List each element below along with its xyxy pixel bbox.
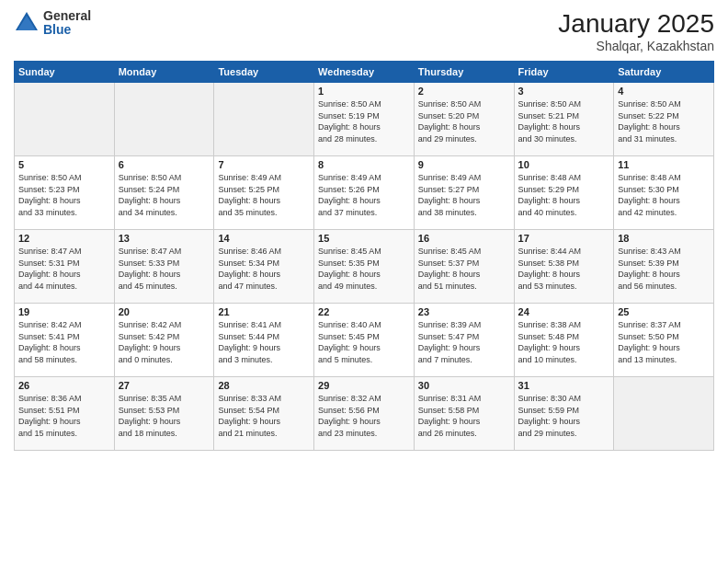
day-info: Sunrise: 8:50 AM Sunset: 5:24 PM Dayligh…	[119, 172, 210, 218]
day-info: Sunrise: 8:47 AM Sunset: 5:31 PM Dayligh…	[18, 246, 110, 292]
day-number: 1	[318, 86, 410, 97]
day-info: Sunrise: 8:50 AM Sunset: 5:23 PM Dayligh…	[18, 172, 110, 218]
day-number: 29	[318, 380, 410, 391]
day-cell: 30Sunrise: 8:31 AM Sunset: 5:58 PM Dayli…	[414, 377, 514, 451]
day-cell: 10Sunrise: 8:48 AM Sunset: 5:29 PM Dayli…	[514, 156, 614, 230]
day-number: 19	[18, 306, 110, 317]
day-info: Sunrise: 8:36 AM Sunset: 5:51 PM Dayligh…	[18, 393, 110, 439]
day-number: 23	[418, 306, 510, 317]
day-number: 16	[418, 233, 510, 244]
day-cell: 29Sunrise: 8:32 AM Sunset: 5:56 PM Dayli…	[314, 377, 415, 451]
day-number: 31	[518, 380, 610, 391]
day-info: Sunrise: 8:47 AM Sunset: 5:33 PM Dayligh…	[119, 246, 210, 292]
day-cell	[15, 83, 115, 156]
week-row-0: 1Sunrise: 8:50 AM Sunset: 5:19 PM Daylig…	[15, 83, 714, 156]
day-cell: 23Sunrise: 8:39 AM Sunset: 5:47 PM Dayli…	[414, 304, 514, 377]
page: General Blue January 2025 Shalqar, Kazak…	[0, 0, 728, 563]
day-number: 11	[618, 159, 710, 170]
weekday-header-saturday: Saturday	[614, 62, 714, 83]
day-number: 25	[618, 306, 710, 317]
calendar-table: SundayMondayTuesdayWednesdayThursdayFrid…	[14, 61, 714, 451]
day-info: Sunrise: 8:49 AM Sunset: 5:26 PM Dayligh…	[318, 172, 410, 218]
weekday-header-thursday: Thursday	[414, 62, 514, 83]
day-info: Sunrise: 8:42 AM Sunset: 5:41 PM Dayligh…	[18, 319, 110, 365]
day-cell: 21Sunrise: 8:41 AM Sunset: 5:44 PM Dayli…	[214, 304, 314, 377]
day-info: Sunrise: 8:30 AM Sunset: 5:59 PM Dayligh…	[518, 393, 610, 439]
day-info: Sunrise: 8:50 AM Sunset: 5:20 PM Dayligh…	[418, 98, 510, 144]
day-number: 18	[618, 233, 710, 244]
calendar-title: January 2025	[558, 9, 714, 39]
day-number: 6	[119, 159, 210, 170]
day-info: Sunrise: 8:39 AM Sunset: 5:47 PM Dayligh…	[418, 319, 510, 365]
day-number: 13	[119, 233, 210, 244]
calendar-subtitle: Shalqar, Kazakhstan	[558, 39, 714, 53]
day-cell: 3Sunrise: 8:50 AM Sunset: 5:21 PM Daylig…	[514, 83, 614, 156]
day-info: Sunrise: 8:50 AM Sunset: 5:21 PM Dayligh…	[518, 98, 610, 144]
day-number: 4	[618, 86, 710, 97]
day-info: Sunrise: 8:50 AM Sunset: 5:22 PM Dayligh…	[618, 98, 710, 144]
day-number: 9	[418, 159, 510, 170]
week-row-3: 19Sunrise: 8:42 AM Sunset: 5:41 PM Dayli…	[15, 304, 714, 377]
day-number: 28	[218, 380, 310, 391]
day-cell: 14Sunrise: 8:46 AM Sunset: 5:34 PM Dayli…	[214, 230, 314, 304]
day-info: Sunrise: 8:48 AM Sunset: 5:30 PM Dayligh…	[618, 172, 710, 218]
day-cell: 8Sunrise: 8:49 AM Sunset: 5:26 PM Daylig…	[314, 156, 415, 230]
weekday-header-sunday: Sunday	[15, 62, 115, 83]
day-info: Sunrise: 8:38 AM Sunset: 5:48 PM Dayligh…	[518, 319, 610, 365]
day-cell	[614, 377, 714, 451]
day-cell: 1Sunrise: 8:50 AM Sunset: 5:19 PM Daylig…	[314, 83, 415, 156]
day-cell: 20Sunrise: 8:42 AM Sunset: 5:42 PM Dayli…	[114, 304, 214, 377]
day-cell: 17Sunrise: 8:44 AM Sunset: 5:38 PM Dayli…	[514, 230, 614, 304]
day-info: Sunrise: 8:44 AM Sunset: 5:38 PM Dayligh…	[518, 246, 610, 292]
day-number: 5	[18, 159, 110, 170]
day-cell: 13Sunrise: 8:47 AM Sunset: 5:33 PM Dayli…	[114, 230, 214, 304]
day-info: Sunrise: 8:50 AM Sunset: 5:19 PM Dayligh…	[318, 98, 410, 144]
day-number: 14	[218, 233, 310, 244]
day-cell: 7Sunrise: 8:49 AM Sunset: 5:25 PM Daylig…	[214, 156, 314, 230]
day-cell: 22Sunrise: 8:40 AM Sunset: 5:45 PM Dayli…	[314, 304, 415, 377]
day-number: 8	[318, 159, 410, 170]
day-cell: 5Sunrise: 8:50 AM Sunset: 5:23 PM Daylig…	[15, 156, 115, 230]
day-cell: 27Sunrise: 8:35 AM Sunset: 5:53 PM Dayli…	[114, 377, 214, 451]
day-info: Sunrise: 8:40 AM Sunset: 5:45 PM Dayligh…	[318, 319, 410, 365]
day-cell: 4Sunrise: 8:50 AM Sunset: 5:22 PM Daylig…	[614, 83, 714, 156]
week-row-4: 26Sunrise: 8:36 AM Sunset: 5:51 PM Dayli…	[15, 377, 714, 451]
day-info: Sunrise: 8:45 AM Sunset: 5:35 PM Dayligh…	[318, 246, 410, 292]
week-row-2: 12Sunrise: 8:47 AM Sunset: 5:31 PM Dayli…	[15, 230, 714, 304]
day-number: 30	[418, 380, 510, 391]
weekday-header-monday: Monday	[114, 62, 214, 83]
day-cell: 11Sunrise: 8:48 AM Sunset: 5:30 PM Dayli…	[614, 156, 714, 230]
day-info: Sunrise: 8:31 AM Sunset: 5:58 PM Dayligh…	[418, 393, 510, 439]
week-row-1: 5Sunrise: 8:50 AM Sunset: 5:23 PM Daylig…	[15, 156, 714, 230]
day-info: Sunrise: 8:45 AM Sunset: 5:37 PM Dayligh…	[418, 246, 510, 292]
day-cell: 9Sunrise: 8:49 AM Sunset: 5:27 PM Daylig…	[414, 156, 514, 230]
day-number: 10	[518, 159, 610, 170]
day-info: Sunrise: 8:43 AM Sunset: 5:39 PM Dayligh…	[618, 246, 710, 292]
weekday-header-row: SundayMondayTuesdayWednesdayThursdayFrid…	[15, 62, 714, 83]
day-cell: 26Sunrise: 8:36 AM Sunset: 5:51 PM Dayli…	[15, 377, 115, 451]
day-cell	[214, 83, 314, 156]
day-info: Sunrise: 8:41 AM Sunset: 5:44 PM Dayligh…	[218, 319, 310, 365]
header: General Blue January 2025 Shalqar, Kazak…	[14, 9, 714, 53]
day-cell: 15Sunrise: 8:45 AM Sunset: 5:35 PM Dayli…	[314, 230, 415, 304]
day-number: 24	[518, 306, 610, 317]
day-number: 21	[218, 306, 310, 317]
day-number: 12	[18, 233, 110, 244]
weekday-header-friday: Friday	[514, 62, 614, 83]
day-info: Sunrise: 8:33 AM Sunset: 5:54 PM Dayligh…	[218, 393, 310, 439]
weekday-header-tuesday: Tuesday	[214, 62, 314, 83]
day-info: Sunrise: 8:32 AM Sunset: 5:56 PM Dayligh…	[318, 393, 410, 439]
day-info: Sunrise: 8:37 AM Sunset: 5:50 PM Dayligh…	[618, 319, 710, 365]
logo: General Blue	[14, 9, 91, 38]
day-cell: 16Sunrise: 8:45 AM Sunset: 5:37 PM Dayli…	[414, 230, 514, 304]
day-number: 3	[518, 86, 610, 97]
day-number: 22	[318, 306, 410, 317]
day-number: 7	[218, 159, 310, 170]
day-cell: 25Sunrise: 8:37 AM Sunset: 5:50 PM Dayli…	[614, 304, 714, 377]
day-info: Sunrise: 8:49 AM Sunset: 5:27 PM Dayligh…	[418, 172, 510, 218]
day-info: Sunrise: 8:46 AM Sunset: 5:34 PM Dayligh…	[218, 246, 310, 292]
day-cell: 28Sunrise: 8:33 AM Sunset: 5:54 PM Dayli…	[214, 377, 314, 451]
day-cell: 6Sunrise: 8:50 AM Sunset: 5:24 PM Daylig…	[114, 156, 214, 230]
day-cell: 19Sunrise: 8:42 AM Sunset: 5:41 PM Dayli…	[15, 304, 115, 377]
day-info: Sunrise: 8:35 AM Sunset: 5:53 PM Dayligh…	[119, 393, 210, 439]
